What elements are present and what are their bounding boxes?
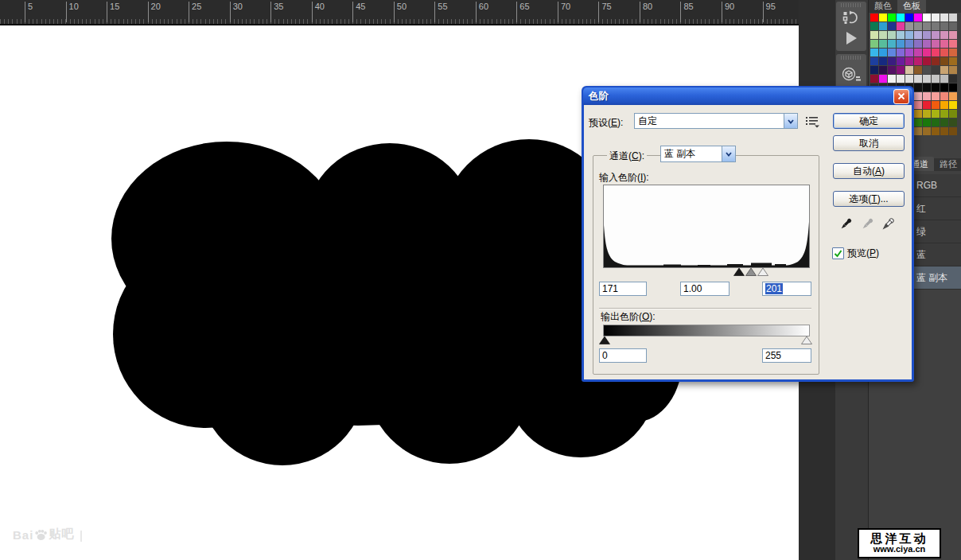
color-swatch[interactable] [923, 14, 931, 21]
color-swatch[interactable] [897, 66, 905, 74]
color-swatch[interactable] [914, 101, 922, 109]
color-swatch[interactable] [905, 66, 913, 74]
color-swatch[interactable] [932, 119, 940, 126]
color-swatch[interactable] [879, 57, 887, 65]
histogram[interactable] [603, 185, 810, 268]
color-swatch[interactable] [949, 127, 957, 135]
color-swatch[interactable] [923, 92, 931, 100]
color-swatch[interactable] [897, 57, 905, 65]
color-swatch[interactable] [888, 49, 896, 56]
color-swatch[interactable] [923, 84, 931, 91]
color-swatch[interactable] [923, 66, 931, 74]
color-swatch[interactable] [949, 92, 957, 100]
color-swatch[interactable] [879, 40, 887, 48]
color-swatch[interactable] [949, 49, 957, 56]
color-swatch[interactable] [870, 49, 878, 56]
color-swatch[interactable] [932, 49, 940, 56]
color-swatch[interactable] [888, 66, 896, 74]
color-swatch[interactable] [932, 31, 940, 39]
input-midtone-slider[interactable] [745, 267, 757, 276]
color-swatch[interactable] [923, 110, 931, 118]
color-swatch[interactable] [932, 57, 940, 65]
color-swatch[interactable] [940, 49, 948, 56]
color-swatch[interactable] [923, 127, 931, 135]
color-swatch[interactable] [897, 49, 905, 56]
input-highlight-field[interactable]: 201 [762, 282, 811, 296]
color-swatch[interactable] [932, 14, 940, 21]
color-swatch[interactable] [879, 49, 887, 56]
color-swatch[interactable] [905, 40, 913, 48]
color-swatch[interactable] [905, 75, 913, 83]
history-panel-button[interactable] [836, 7, 866, 28]
color-swatch[interactable] [923, 40, 931, 48]
input-shadow-field[interactable]: 171 [599, 282, 647, 296]
color-swatch[interactable] [940, 31, 948, 39]
color-swatch[interactable] [940, 22, 948, 30]
color-swatch[interactable] [940, 84, 948, 91]
color-swatch[interactable] [923, 119, 931, 126]
color-swatch[interactable] [897, 31, 905, 39]
color-swatch[interactable] [905, 49, 913, 56]
color-swatch[interactable] [949, 66, 957, 74]
color-swatch[interactable] [949, 84, 957, 91]
output-shadow-slider[interactable] [599, 336, 610, 344]
color-swatch[interactable] [914, 110, 922, 118]
color-swatch[interactable] [940, 110, 948, 118]
color-swatch[interactable] [949, 101, 957, 109]
color-swatch[interactable] [940, 57, 948, 65]
preview-checkbox[interactable]: 预览(P) [832, 247, 879, 260]
color-swatch[interactable] [932, 22, 940, 30]
color-swatch[interactable] [914, 119, 922, 126]
color-swatch[interactable] [870, 75, 878, 83]
color-swatch[interactable] [870, 31, 878, 39]
color-swatch[interactable] [905, 14, 913, 21]
cancel-button[interactable]: 取消 [833, 135, 905, 151]
color-swatch[interactable] [888, 57, 896, 65]
output-highlight-slider[interactable] [801, 336, 812, 344]
actions-panel-button[interactable] [836, 28, 866, 49]
color-swatch[interactable] [914, 127, 922, 135]
color-swatch[interactable] [914, 40, 922, 48]
color-swatch[interactable] [870, 14, 878, 21]
color-swatch[interactable] [932, 84, 940, 91]
color-panel-tab[interactable]: 色板 [897, 0, 926, 13]
color-swatch[interactable] [888, 31, 896, 39]
color-swatch[interactable] [897, 14, 905, 21]
color-swatch[interactable] [940, 66, 948, 74]
color-swatch[interactable] [888, 14, 896, 21]
preset-dropdown[interactable]: 自定 [634, 113, 798, 129]
color-swatch[interactable] [932, 101, 940, 109]
color-swatch[interactable] [870, 66, 878, 74]
color-swatch[interactable] [914, 31, 922, 39]
color-swatch[interactable] [879, 31, 887, 39]
color-swatch[interactable] [879, 66, 887, 74]
color-swatch[interactable] [923, 31, 931, 39]
color-swatch[interactable] [932, 40, 940, 48]
color-swatch[interactable] [940, 119, 948, 126]
color-swatch[interactable] [949, 22, 957, 30]
color-swatch[interactable] [879, 14, 887, 21]
color-swatch[interactable] [905, 31, 913, 39]
color-swatch[interactable] [932, 92, 940, 100]
color-swatch[interactable] [932, 110, 940, 118]
3d-panel-button[interactable] [836, 60, 866, 88]
color-swatch[interactable] [923, 101, 931, 109]
color-swatch[interactable] [914, 14, 922, 21]
white-point-eyedropper[interactable] [880, 216, 896, 232]
color-swatch[interactable] [888, 40, 896, 48]
color-swatch[interactable] [949, 31, 957, 39]
channel-dropdown[interactable]: 蓝 副本 [660, 146, 736, 162]
preset-options-button[interactable] [805, 115, 820, 130]
color-swatch[interactable] [897, 22, 905, 30]
color-swatch[interactable] [949, 119, 957, 126]
color-panel-tab[interactable]: 颜色 [869, 0, 897, 13]
output-highlight-field[interactable]: 255 [762, 348, 811, 363]
color-swatch[interactable] [949, 40, 957, 48]
color-swatch[interactable] [940, 40, 948, 48]
color-swatch[interactable] [932, 127, 940, 135]
output-gradient-bar[interactable] [603, 325, 810, 336]
close-button[interactable] [893, 89, 909, 104]
color-swatch[interactable] [914, 75, 922, 83]
color-swatch[interactable] [949, 75, 957, 83]
color-swatch[interactable] [940, 101, 948, 109]
